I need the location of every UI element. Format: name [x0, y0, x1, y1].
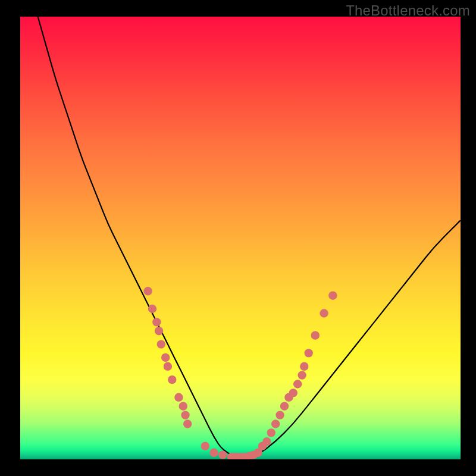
curve-marker: [271, 419, 280, 428]
curve-marker: [174, 393, 183, 402]
bottleneck-curve: [20, 17, 461, 459]
curve-marker: [267, 428, 275, 437]
curve-markers: [143, 287, 337, 459]
curve-marker: [328, 292, 337, 300]
curve-marker: [280, 402, 289, 411]
curve-marker: [298, 371, 306, 379]
watermark-text: TheBottleneck.com: [346, 2, 470, 19]
curve-marker: [155, 327, 163, 335]
chart-frame: TheBottleneck.com: [0, 0, 476, 476]
plot-area: [20, 17, 461, 459]
curve-marker: [320, 309, 328, 317]
curve-marker: [293, 380, 302, 388]
curve-marker: [148, 305, 156, 313]
curve-marker: [201, 442, 209, 450]
curve-marker: [152, 318, 161, 326]
curve-marker: [218, 450, 227, 459]
curve-marker: [262, 437, 271, 446]
curve-marker: [275, 411, 284, 419]
curve-marker: [300, 362, 308, 371]
curve-marker: [161, 353, 170, 362]
curve-marker: [179, 402, 187, 411]
curve-marker: [181, 411, 189, 419]
curve-marker: [143, 287, 152, 295]
curve-path: [38, 17, 461, 458]
curve-marker: [168, 375, 176, 384]
curve-marker: [157, 340, 165, 348]
curve-marker: [305, 349, 313, 357]
curve-marker: [164, 362, 172, 371]
curve-marker: [311, 331, 320, 340]
curve-marker: [183, 419, 192, 428]
curve-marker: [209, 449, 218, 457]
curve-marker: [289, 389, 298, 397]
